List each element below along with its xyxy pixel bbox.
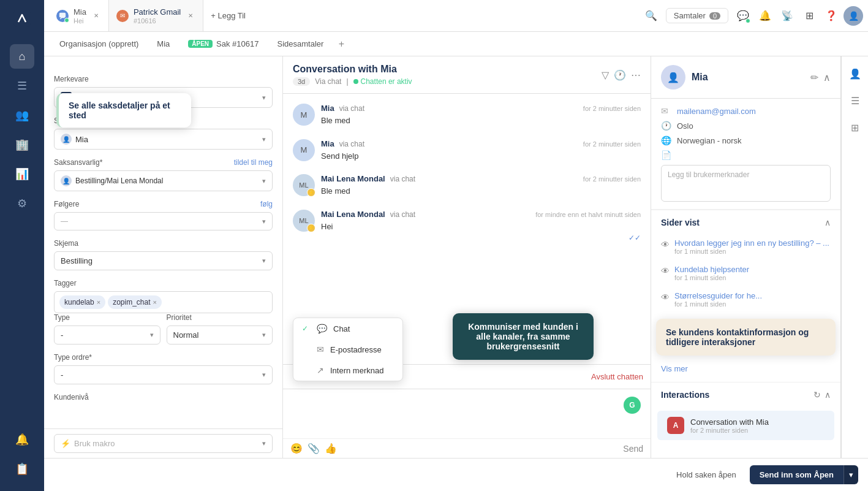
sub-tab-case[interactable]: ÅPEN Sak #10617 [180, 36, 266, 51]
sidebar-reports-icon[interactable]: 📊 [10, 162, 34, 186]
contact-name: Mia [692, 72, 804, 83]
type-select[interactable]: - ▾ [54, 325, 160, 344]
search-button[interactable]: 🔍 [641, 6, 661, 26]
thumbsup-icon[interactable]: 👍 [325, 443, 337, 454]
sidebar-org-icon[interactable]: 🏢 [10, 132, 34, 157]
tag-zopim-chat-remove[interactable]: × [153, 299, 157, 306]
attachment-icon[interactable]: 📎 [308, 443, 320, 454]
message-header: Mia via chat for 2 minutter siden [321, 104, 641, 113]
user-avatar[interactable]: 👤 [843, 6, 863, 26]
interactions-title: Interactions [661, 390, 709, 400]
chat-header: Conversation with Mia 3d Via chat | Chat… [283, 56, 651, 94]
user-profile-icon[interactable]: 👤 [845, 64, 865, 83]
channel-dropdown: ✓ 💬 Chat ✉ E-postadresse ↗ Intern merkna… [293, 318, 403, 381]
notification-bell-icon[interactable]: 🔔 [755, 6, 775, 26]
collapse-contact-icon[interactable]: ∧ [823, 72, 831, 83]
saksansvarlig-label-row: Saksansvarlig* tildel til meg [54, 158, 273, 167]
list-icon[interactable]: ☰ [845, 91, 865, 110]
tab-patrick[interactable]: ✉ Patrick Gmail #10616 ✕ [109, 0, 203, 31]
sidebar-settings-icon[interactable]: ⚙ [10, 191, 34, 216]
end-chat-button[interactable]: Avslutt chatten [591, 372, 643, 381]
message-content: Mai Lena Mondal via chat for 2 minutter … [321, 174, 641, 197]
far-right-panel: 👤 ☰ ⊞ [841, 56, 868, 458]
message-channel: via chat [339, 104, 364, 113]
sender-select[interactable]: 👤 Mia ▾ [54, 129, 273, 150]
help-icon[interactable]: ❓ [821, 6, 841, 26]
app-logo [11, 7, 33, 29]
eye-icon-2: 👁 [661, 266, 670, 276]
collapse-sider-icon[interactable]: ∧ [825, 218, 831, 227]
dropdown-item-email[interactable]: ✉ E-postadresse [293, 339, 402, 360]
grid-icon[interactable]: ⊞ [799, 6, 819, 26]
sidebar-tickets-icon[interactable]: ☰ [10, 74, 34, 98]
broadcast-icon[interactable]: 📡 [777, 6, 797, 26]
callout-communicate: Kommuniser med kunden i alle kanaler, fr… [453, 313, 594, 360]
submit-button[interactable]: Send inn som Åpen [750, 465, 843, 484]
page-link-3[interactable]: Størrelsesguider for he... [674, 291, 762, 300]
page-time-3: for 1 minutt siden [674, 300, 762, 308]
priority-value: Normal [173, 330, 199, 340]
edit-contact-icon[interactable]: ✏ [810, 72, 818, 83]
contact-language: Norwegian - norsk [677, 136, 742, 145]
tags-field[interactable]: kundelab × zopim_chat × [54, 291, 273, 313]
hold-button[interactable]: Hold saken åpen [669, 466, 744, 483]
filter-icon[interactable]: ▽ [602, 69, 609, 81]
message-time: for 2 minutter siden [583, 105, 641, 112]
sub-tab-add-button[interactable]: + [334, 37, 349, 51]
callout-saksdetaljer: Se alle saksdetaljer på et sted [56, 93, 191, 128]
add-tab-button[interactable]: + Legg Til [203, 0, 253, 31]
sidebar-apps-icon[interactable]: 📋 [10, 457, 34, 481]
dropdown-item-chat[interactable]: ✓ 💬 Chat [293, 318, 402, 339]
tab-patrick-subtitle: #10616 [134, 17, 181, 25]
skjema-chevron-icon: ▾ [262, 257, 266, 265]
conversations-button[interactable]: Samtaler 0 [666, 8, 728, 23]
emoji-icon[interactable]: 😊 [290, 443, 303, 454]
vis-mer-link[interactable]: Vis mer [651, 360, 840, 377]
tab-patrick-close[interactable]: ✕ [186, 11, 195, 21]
page-link-1[interactable]: Hvordan legger jeg inn en ny bestilling?… [674, 238, 829, 248]
tag-kundelab-remove[interactable]: × [97, 299, 100, 306]
chat-input-box[interactable]: G [283, 389, 651, 438]
grid-apps-icon[interactable]: ⊞ [845, 118, 865, 137]
more-options-icon[interactable]: ⋯ [631, 69, 641, 81]
sub-tab-mia[interactable]: Mia [149, 36, 178, 51]
saksansvarlig-chevron-icon: ▾ [262, 177, 266, 185]
type-ordre-select[interactable]: - ▾ [54, 365, 273, 384]
sidebar-home-icon[interactable]: ⌂ [10, 44, 34, 69]
saksansvarlig-tildel-link[interactable]: tildel til meg [234, 158, 273, 167]
folgere-value: — [61, 217, 68, 226]
notes-field[interactable]: Legg til brukermerknader [661, 165, 831, 202]
sub-tab-organisation[interactable]: Organisasjon (opprett) [51, 36, 146, 51]
folgere-folg-link[interactable]: følg [260, 200, 273, 208]
refresh-interactions-icon[interactable]: ↻ [813, 390, 821, 400]
interaction-item[interactable]: A Conversation with Mia for 2 minutter s… [657, 411, 834, 440]
send-button[interactable]: Send [623, 444, 643, 454]
history-icon[interactable]: 🕐 [614, 69, 626, 81]
tab-mia-subtitle: Hei [74, 17, 86, 25]
sender-value: Mia [75, 135, 88, 144]
macro-field[interactable]: ⚡ Bruk makro ▾ [54, 434, 273, 453]
folgere-label: Følgere [54, 200, 79, 208]
skjema-select[interactable]: Bestilling ▾ [54, 251, 273, 270]
chat-status-icon[interactable]: 💬 [733, 6, 753, 26]
priority-chevron-icon: ▾ [262, 331, 266, 339]
tab-mia[interactable]: Mia Hei ✕ [49, 0, 109, 31]
message-sender: Mia [321, 104, 334, 113]
contact-avatar: 👤 [661, 65, 685, 89]
message-row: M Mia via chat for 2 minutter siden Ble … [293, 104, 641, 127]
saksansvarlig-select[interactable]: 👤 Bestilling/Mai Lena Mondal ▾ [54, 170, 273, 191]
page-link-2[interactable]: Kundelab hjelpsenter [674, 265, 749, 274]
agent-badge-icon: ⚡ [307, 224, 315, 232]
sub-tab-sidesamtaler[interactable]: Sidesamtaler [270, 36, 332, 51]
chat-meta: 3d Via chat | Chatten er aktiv [293, 77, 412, 86]
collapse-interactions-icon[interactable]: ∧ [825, 390, 831, 400]
interaction-info: Conversation with Mia for 2 minutter sid… [690, 417, 769, 434]
folgere-select[interactable]: — ▾ [54, 212, 273, 230]
sidebar-users-icon[interactable]: 👥 [10, 103, 34, 128]
priority-select[interactable]: Normal ▾ [167, 325, 273, 344]
sidebar-notifications-icon[interactable]: 🔔 [10, 427, 34, 452]
submit-dropdown-button[interactable]: ▾ [843, 465, 858, 484]
dropdown-item-intern[interactable]: ↗ Intern merknad [293, 360, 402, 381]
tab-mia-close[interactable]: ✕ [91, 11, 101, 21]
type-value: - [61, 330, 63, 340]
